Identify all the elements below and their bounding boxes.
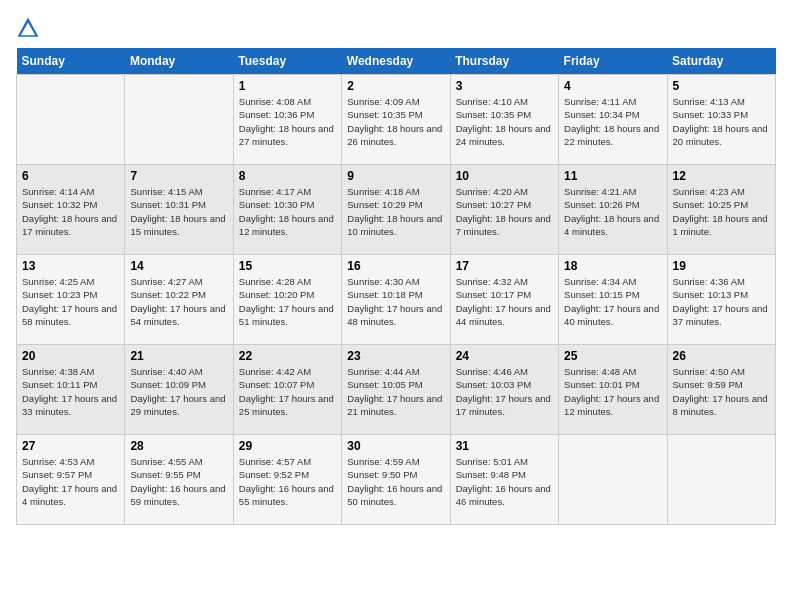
calendar-cell: 19Sunrise: 4:36 AM Sunset: 10:13 PM Dayl… (667, 255, 775, 345)
calendar-cell (667, 435, 775, 525)
day-number: 27 (22, 439, 119, 453)
header-wednesday: Wednesday (342, 48, 450, 75)
day-number: 24 (456, 349, 553, 363)
day-number: 17 (456, 259, 553, 273)
calendar-cell: 22Sunrise: 4:42 AM Sunset: 10:07 PM Dayl… (233, 345, 341, 435)
calendar-cell: 23Sunrise: 4:44 AM Sunset: 10:05 PM Dayl… (342, 345, 450, 435)
day-number: 1 (239, 79, 336, 93)
calendar-cell: 24Sunrise: 4:46 AM Sunset: 10:03 PM Dayl… (450, 345, 558, 435)
calendar-cell: 1Sunrise: 4:08 AM Sunset: 10:36 PM Dayli… (233, 75, 341, 165)
calendar-cell: 14Sunrise: 4:27 AM Sunset: 10:22 PM Dayl… (125, 255, 233, 345)
day-number: 16 (347, 259, 444, 273)
day-number: 6 (22, 169, 119, 183)
day-number: 22 (239, 349, 336, 363)
day-info: Sunrise: 4:13 AM Sunset: 10:33 PM Daylig… (673, 95, 770, 148)
calendar-header: SundayMondayTuesdayWednesdayThursdayFrid… (17, 48, 776, 75)
calendar-cell: 13Sunrise: 4:25 AM Sunset: 10:23 PM Dayl… (17, 255, 125, 345)
header-monday: Monday (125, 48, 233, 75)
day-info: Sunrise: 4:38 AM Sunset: 10:11 PM Daylig… (22, 365, 119, 418)
calendar-week-3: 20Sunrise: 4:38 AM Sunset: 10:11 PM Dayl… (17, 345, 776, 435)
day-number: 31 (456, 439, 553, 453)
logo-icon (16, 16, 40, 40)
day-info: Sunrise: 4:18 AM Sunset: 10:29 PM Daylig… (347, 185, 444, 238)
day-number: 19 (673, 259, 770, 273)
day-info: Sunrise: 4:14 AM Sunset: 10:32 PM Daylig… (22, 185, 119, 238)
day-number: 26 (673, 349, 770, 363)
day-number: 2 (347, 79, 444, 93)
calendar-table: SundayMondayTuesdayWednesdayThursdayFrid… (16, 48, 776, 525)
day-info: Sunrise: 4:59 AM Sunset: 9:50 PM Dayligh… (347, 455, 444, 508)
calendar-cell: 5Sunrise: 4:13 AM Sunset: 10:33 PM Dayli… (667, 75, 775, 165)
day-number: 11 (564, 169, 661, 183)
day-number: 30 (347, 439, 444, 453)
header-tuesday: Tuesday (233, 48, 341, 75)
day-info: Sunrise: 4:10 AM Sunset: 10:35 PM Daylig… (456, 95, 553, 148)
page-header (16, 16, 776, 40)
day-info: Sunrise: 4:23 AM Sunset: 10:25 PM Daylig… (673, 185, 770, 238)
day-number: 29 (239, 439, 336, 453)
day-number: 5 (673, 79, 770, 93)
day-info: Sunrise: 4:48 AM Sunset: 10:01 PM Daylig… (564, 365, 661, 418)
calendar-cell: 20Sunrise: 4:38 AM Sunset: 10:11 PM Dayl… (17, 345, 125, 435)
calendar-cell: 16Sunrise: 4:30 AM Sunset: 10:18 PM Dayl… (342, 255, 450, 345)
calendar-week-0: 1Sunrise: 4:08 AM Sunset: 10:36 PM Dayli… (17, 75, 776, 165)
day-info: Sunrise: 4:32 AM Sunset: 10:17 PM Daylig… (456, 275, 553, 328)
day-number: 3 (456, 79, 553, 93)
calendar-week-2: 13Sunrise: 4:25 AM Sunset: 10:23 PM Dayl… (17, 255, 776, 345)
calendar-cell: 18Sunrise: 4:34 AM Sunset: 10:15 PM Dayl… (559, 255, 667, 345)
day-info: Sunrise: 4:20 AM Sunset: 10:27 PM Daylig… (456, 185, 553, 238)
header-friday: Friday (559, 48, 667, 75)
day-info: Sunrise: 4:50 AM Sunset: 9:59 PM Dayligh… (673, 365, 770, 418)
day-info: Sunrise: 4:30 AM Sunset: 10:18 PM Daylig… (347, 275, 444, 328)
calendar-cell: 25Sunrise: 4:48 AM Sunset: 10:01 PM Dayl… (559, 345, 667, 435)
day-number: 7 (130, 169, 227, 183)
calendar-cell: 29Sunrise: 4:57 AM Sunset: 9:52 PM Dayli… (233, 435, 341, 525)
day-info: Sunrise: 4:36 AM Sunset: 10:13 PM Daylig… (673, 275, 770, 328)
calendar-cell (559, 435, 667, 525)
calendar-cell: 26Sunrise: 4:50 AM Sunset: 9:59 PM Dayli… (667, 345, 775, 435)
day-info: Sunrise: 4:34 AM Sunset: 10:15 PM Daylig… (564, 275, 661, 328)
day-number: 18 (564, 259, 661, 273)
calendar-cell: 3Sunrise: 4:10 AM Sunset: 10:35 PM Dayli… (450, 75, 558, 165)
day-number: 10 (456, 169, 553, 183)
calendar-cell: 31Sunrise: 5:01 AM Sunset: 9:48 PM Dayli… (450, 435, 558, 525)
calendar-cell: 12Sunrise: 4:23 AM Sunset: 10:25 PM Dayl… (667, 165, 775, 255)
day-info: Sunrise: 4:11 AM Sunset: 10:34 PM Daylig… (564, 95, 661, 148)
day-number: 20 (22, 349, 119, 363)
day-info: Sunrise: 4:28 AM Sunset: 10:20 PM Daylig… (239, 275, 336, 328)
day-number: 12 (673, 169, 770, 183)
calendar-cell: 11Sunrise: 4:21 AM Sunset: 10:26 PM Dayl… (559, 165, 667, 255)
day-info: Sunrise: 4:42 AM Sunset: 10:07 PM Daylig… (239, 365, 336, 418)
calendar-cell: 9Sunrise: 4:18 AM Sunset: 10:29 PM Dayli… (342, 165, 450, 255)
day-number: 15 (239, 259, 336, 273)
day-info: Sunrise: 4:40 AM Sunset: 10:09 PM Daylig… (130, 365, 227, 418)
day-number: 9 (347, 169, 444, 183)
day-info: Sunrise: 4:09 AM Sunset: 10:35 PM Daylig… (347, 95, 444, 148)
header-thursday: Thursday (450, 48, 558, 75)
calendar-cell: 8Sunrise: 4:17 AM Sunset: 10:30 PM Dayli… (233, 165, 341, 255)
calendar-cell: 27Sunrise: 4:53 AM Sunset: 9:57 PM Dayli… (17, 435, 125, 525)
calendar-cell: 7Sunrise: 4:15 AM Sunset: 10:31 PM Dayli… (125, 165, 233, 255)
calendar-cell: 30Sunrise: 4:59 AM Sunset: 9:50 PM Dayli… (342, 435, 450, 525)
calendar-cell: 28Sunrise: 4:55 AM Sunset: 9:55 PM Dayli… (125, 435, 233, 525)
calendar-week-4: 27Sunrise: 4:53 AM Sunset: 9:57 PM Dayli… (17, 435, 776, 525)
day-info: Sunrise: 5:01 AM Sunset: 9:48 PM Dayligh… (456, 455, 553, 508)
header-saturday: Saturday (667, 48, 775, 75)
day-number: 28 (130, 439, 227, 453)
day-number: 14 (130, 259, 227, 273)
calendar-cell: 4Sunrise: 4:11 AM Sunset: 10:34 PM Dayli… (559, 75, 667, 165)
day-info: Sunrise: 4:25 AM Sunset: 10:23 PM Daylig… (22, 275, 119, 328)
day-number: 23 (347, 349, 444, 363)
day-number: 25 (564, 349, 661, 363)
day-info: Sunrise: 4:53 AM Sunset: 9:57 PM Dayligh… (22, 455, 119, 508)
day-info: Sunrise: 4:08 AM Sunset: 10:36 PM Daylig… (239, 95, 336, 148)
day-info: Sunrise: 4:17 AM Sunset: 10:30 PM Daylig… (239, 185, 336, 238)
header-sunday: Sunday (17, 48, 125, 75)
day-number: 4 (564, 79, 661, 93)
day-info: Sunrise: 4:21 AM Sunset: 10:26 PM Daylig… (564, 185, 661, 238)
day-info: Sunrise: 4:55 AM Sunset: 9:55 PM Dayligh… (130, 455, 227, 508)
day-number: 8 (239, 169, 336, 183)
header-row: SundayMondayTuesdayWednesdayThursdayFrid… (17, 48, 776, 75)
calendar-cell: 6Sunrise: 4:14 AM Sunset: 10:32 PM Dayli… (17, 165, 125, 255)
calendar-cell: 10Sunrise: 4:20 AM Sunset: 10:27 PM Dayl… (450, 165, 558, 255)
